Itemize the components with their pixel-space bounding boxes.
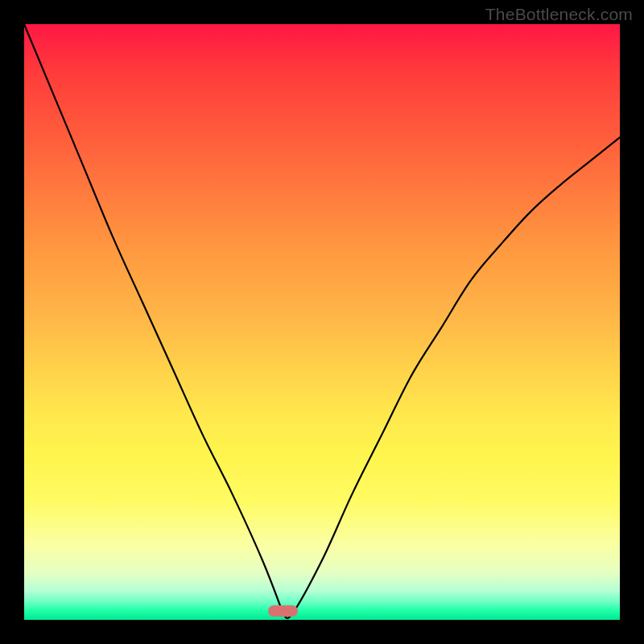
chart-frame: TheBottleneck.com	[0, 0, 644, 644]
plot-area	[24, 24, 620, 620]
watermark-text: TheBottleneck.com	[485, 5, 633, 24]
bottleneck-curve	[24, 24, 620, 620]
curve-path	[24, 24, 620, 618]
optimal-range-marker	[268, 605, 298, 617]
